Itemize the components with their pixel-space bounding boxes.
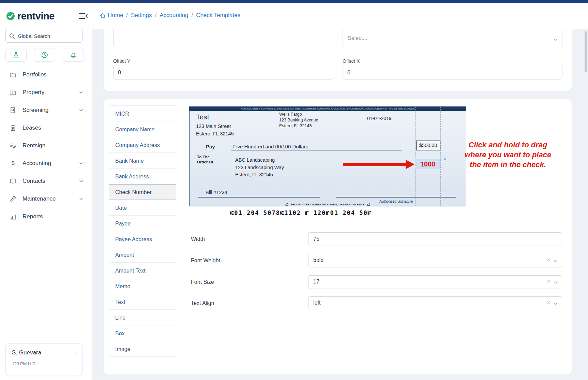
sidebar-item-property[interactable]: Property [0, 84, 92, 101]
breadcrumb-accounting[interactable]: Accounting [160, 12, 188, 19]
breadcrumb-home[interactable]: Home [100, 12, 123, 19]
bell-icon [70, 52, 77, 58]
rentvine-logo-icon [6, 12, 15, 20]
check-amount-line [231, 150, 402, 150]
offset-x-input[interactable] [343, 66, 562, 79]
check-payee-name: ABC Landscaping [235, 157, 284, 164]
clear-icon[interactable]: × [547, 278, 550, 284]
check-bank-address1: 123 Banking Avenue [279, 117, 318, 123]
sidebar-item-label: Leases [22, 125, 41, 131]
chevron-down-icon [79, 108, 84, 113]
sidebar-item-label: Reports [22, 213, 43, 220]
chevron-down-icon[interactable] [553, 37, 558, 42]
component-item-memo[interactable]: Memo [109, 278, 176, 294]
component-item-text[interactable]: Text [109, 294, 176, 310]
font-size-label: Font Size [191, 279, 214, 285]
width-input[interactable] [308, 232, 562, 246]
check-memo: Bill #1234 [206, 190, 227, 195]
sidebar-item-rentsign[interactable]: Rentsign [0, 137, 92, 155]
breadcrumb-separator: / [126, 12, 128, 19]
select-divider [547, 33, 547, 43]
breadcrumb-separator: / [191, 12, 193, 19]
check-company-address: 123 Main Street Estero, FL 32145 [196, 122, 234, 137]
check-bank-name: Wells Fargo [279, 112, 318, 117]
component-item-payee[interactable]: Payee [109, 216, 176, 231]
component-item-date[interactable]: Date [109, 200, 176, 216]
text-align-select[interactable]: left × [308, 296, 562, 310]
component-item-company-address[interactable]: Company Address [109, 137, 176, 153]
kebab-menu-icon[interactable]: ⋮ [72, 348, 78, 354]
check-signature-line [336, 197, 456, 198]
sidebar-item-reports[interactable]: Reports [0, 208, 92, 225]
drag-arrow [343, 163, 406, 166]
sidebar-item-portfolios[interactable]: Portfolios [0, 66, 92, 84]
chevron-down-icon [79, 90, 84, 95]
component-item-line[interactable]: Line [109, 310, 176, 325]
sidebar-item-leases[interactable]: Leases [0, 119, 92, 137]
sidebar-item-label: Contacts [22, 178, 45, 185]
check-security-banner: FOR SECURITY PURPOSES, THE FACE OF THIS … [190, 107, 466, 111]
font-size-select[interactable]: 17 × [308, 275, 562, 289]
component-item-company-name[interactable]: Company Name [109, 121, 176, 137]
global-search[interactable] [5, 29, 82, 43]
check-canvas[interactable]: FOR SECURITY PURPOSES, THE FACE OF THIS … [189, 106, 466, 206]
sidebar-item-label: Accounting [22, 160, 51, 167]
breadcrumb-settings[interactable]: Settings [131, 12, 152, 19]
offset-y-input[interactable] [113, 66, 333, 79]
contacts-icon [9, 178, 17, 185]
breadcrumb-separator: / [155, 12, 157, 19]
accounting-icon [9, 160, 17, 167]
component-item-amount[interactable]: Amount [109, 247, 176, 263]
text-align-label: Text Align [191, 300, 214, 306]
drag-arrow-head [406, 160, 414, 169]
applications-button[interactable] [5, 48, 27, 62]
component-item-check-number[interactable]: Check Number [109, 184, 176, 200]
check-payee-block: ABC Landscaping 123 Landscaping Way Este… [235, 157, 284, 179]
sidebar-item-contacts[interactable]: Contacts [0, 172, 92, 190]
component-item-box[interactable]: Box [109, 325, 176, 341]
rentvine-logo[interactable]: rentvine [6, 11, 55, 22]
recent-activity-button[interactable] [34, 48, 55, 62]
quick-actions [5, 48, 84, 62]
sidebar-item-screening[interactable]: Screening [0, 101, 92, 119]
sidebar-collapse-icon[interactable] [79, 13, 88, 19]
sidebar-item-maintenance[interactable]: Maintenance [0, 190, 92, 208]
rentsign-icon [9, 142, 17, 149]
offset-x-label: Offset X [343, 58, 360, 64]
user-card[interactable]: S. Guevara 123 PM LLC ⋮ [5, 344, 82, 376]
clear-icon[interactable]: × [547, 299, 550, 306]
font-weight-select[interactable]: bold × [308, 254, 562, 267]
sidebar-item-label: Rentsign [22, 142, 45, 149]
remove-item-button[interactable]: x [444, 156, 446, 161]
check-number-drag-item[interactable]: 1000 [415, 159, 440, 169]
page: rentvine [0, 0, 588, 380]
check-memo-line [198, 197, 320, 198]
component-item-payee-address[interactable]: Payee Address [109, 231, 176, 247]
sidebar: rentvine [0, 3, 92, 380]
check-preview: FOR SECURITY PURPOSES, THE FACE OF THIS … [189, 106, 466, 220]
leases-icon [9, 125, 17, 131]
topbar [0, 0, 588, 3]
component-item-bank-address[interactable]: Bank Address [109, 169, 176, 184]
clipped-input[interactable] [113, 29, 333, 46]
chevron-down-icon[interactable] [553, 258, 558, 264]
sidebar-item-accounting[interactable]: Accounting [0, 155, 92, 172]
clipped-select[interactable]: Select... [343, 29, 562, 46]
clear-icon[interactable]: × [547, 257, 550, 263]
check-bank-address2: Estero, FL 32145 [279, 123, 318, 129]
page-scrollbar[interactable] [585, 31, 587, 72]
page-header: Home / Settings / Accounting / Check Tem… [92, 3, 588, 29]
component-item-micr[interactable]: MICR [109, 106, 176, 121]
chevron-down-icon[interactable] [553, 301, 558, 306]
notifications-button[interactable] [63, 48, 84, 62]
component-item-bank-name[interactable]: Bank Name [109, 153, 176, 169]
chevron-down-icon [79, 196, 84, 201]
chevron-down-icon[interactable] [553, 280, 558, 285]
select-placeholder: Select... [348, 35, 367, 41]
check-payee-address2: Estero, FL 32145 [235, 171, 284, 179]
component-item-image[interactable]: Image [109, 341, 176, 357]
component-item-amount-text[interactable]: Amount Text [109, 263, 176, 278]
search-input[interactable] [18, 33, 79, 39]
breadcrumb-check-templates[interactable]: Check Templates [196, 12, 240, 19]
user-org: 123 PM LLC [12, 362, 35, 366]
